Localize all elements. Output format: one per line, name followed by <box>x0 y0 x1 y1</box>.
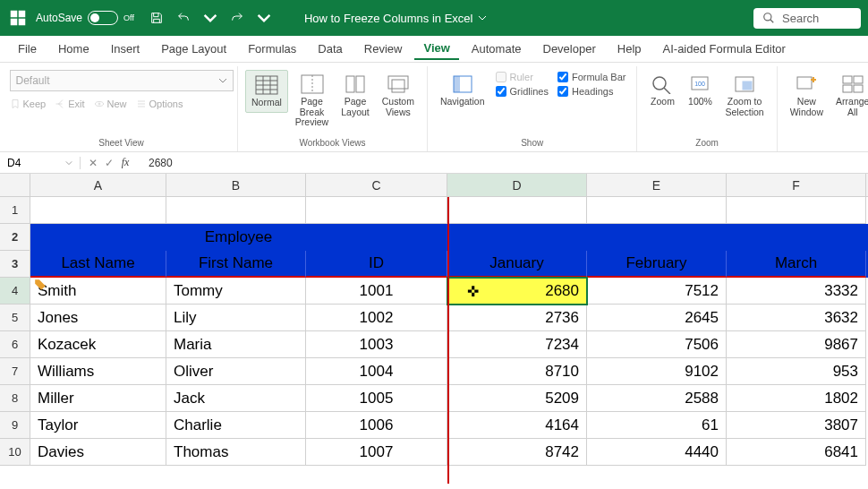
cell-jan[interactable]: 4164 <box>447 412 587 439</box>
column-header-b[interactable]: B <box>166 174 306 196</box>
row-header-5[interactable]: 5 <box>0 305 30 331</box>
cell-first[interactable]: Charlie <box>166 412 306 439</box>
accept-formula-icon[interactable]: ✓ <box>102 157 116 169</box>
cell-mar[interactable]: 1802 <box>727 385 866 412</box>
cell-id[interactable]: 1001 <box>306 278 447 305</box>
cell[interactable] <box>166 197 306 224</box>
normal-view-button[interactable]: Normal <box>245 70 288 113</box>
cell-last[interactable]: Smith <box>30 278 166 305</box>
cell-first[interactable]: Jack <box>166 385 306 412</box>
page-layout-button[interactable]: Page Layout <box>336 70 375 121</box>
cell-first[interactable]: Oliver <box>166 358 306 385</box>
row-header-8[interactable]: 8 <box>0 385 30 412</box>
redo-dropdown-icon[interactable] <box>252 6 276 30</box>
ruler-checkbox[interactable]: Ruler <box>496 72 549 82</box>
tab-page-layout[interactable]: Page Layout <box>152 39 235 59</box>
cell-last[interactable]: Kozacek <box>30 331 166 358</box>
row-header-4[interactable]: 4 <box>0 278 30 305</box>
redo-icon[interactable] <box>226 6 249 30</box>
cell-mar[interactable]: 9867 <box>727 331 866 358</box>
cell-mar[interactable]: 6841 <box>727 439 866 466</box>
cell-id[interactable]: 1002 <box>306 305 447 331</box>
new-window-button[interactable]: New Window <box>785 70 829 121</box>
title-employee[interactable]: Employee <box>30 224 447 251</box>
cell[interactable] <box>587 224 727 251</box>
sheet-view-options[interactable]: Options <box>136 99 183 109</box>
column-header-d[interactable]: D <box>447 174 587 196</box>
column-header-a[interactable]: A <box>30 174 166 196</box>
tab-ai-formula[interactable]: AI-aided Formula Editor <box>654 39 795 59</box>
cell-d4-selected[interactable]: ✜2680 <box>447 278 587 305</box>
column-header-f[interactable]: F <box>727 174 866 196</box>
cell-feb[interactable]: 9102 <box>587 358 727 385</box>
tab-home[interactable]: Home <box>49 39 98 59</box>
cell-jan[interactable]: 8710 <box>447 358 587 385</box>
tab-file[interactable]: File <box>9 39 46 59</box>
cell-id[interactable]: 1007 <box>306 439 447 466</box>
cell-jan[interactable]: 5209 <box>447 385 587 412</box>
cell-feb[interactable]: 61 <box>587 412 727 439</box>
cell-id[interactable]: 1005 <box>306 385 447 412</box>
cell-first[interactable]: Tommy <box>166 278 306 305</box>
tab-review[interactable]: Review <box>355 39 412 59</box>
row-header-1[interactable]: 1 <box>0 197 30 224</box>
cell-last[interactable]: Williams <box>30 358 166 385</box>
cell[interactable] <box>306 197 447 224</box>
search-input[interactable]: Search <box>753 8 861 29</box>
formula-bar-checkbox[interactable]: Formula Bar <box>557 72 626 82</box>
cell-last[interactable]: Jones <box>30 305 166 331</box>
headings-checkbox[interactable]: Headings <box>557 86 626 97</box>
header-march[interactable]: March <box>727 251 866 278</box>
tab-developer[interactable]: Developer <box>534 39 605 59</box>
cell[interactable] <box>30 197 166 224</box>
tab-automate[interactable]: Automate <box>463 39 531 59</box>
name-box[interactable]: D4 <box>0 157 81 169</box>
cell-id[interactable]: 1006 <box>306 412 447 439</box>
sheet-view-exit[interactable]: Exit <box>55 99 84 109</box>
cell-feb[interactable]: 7506 <box>587 331 727 358</box>
column-header-c[interactable]: C <box>306 174 447 196</box>
cell-mar[interactable]: 953 <box>727 358 866 385</box>
row-header-3[interactable]: 3 <box>0 251 30 278</box>
cell[interactable] <box>727 197 866 224</box>
cell-last[interactable]: Miller <box>30 385 166 412</box>
zoom-selection-button[interactable]: Zoom to Selection <box>719 70 769 121</box>
cell-first[interactable]: Maria <box>166 331 306 358</box>
row-header-7[interactable]: 7 <box>0 358 30 385</box>
header-february[interactable]: February <box>587 251 727 278</box>
cell-feb[interactable]: 4440 <box>587 439 727 466</box>
app-icon[interactable] <box>7 7 29 29</box>
tab-data[interactable]: Data <box>309 39 351 59</box>
tab-insert[interactable]: Insert <box>102 39 149 59</box>
cell-feb[interactable]: 2645 <box>587 305 727 331</box>
cell[interactable] <box>587 197 727 224</box>
insert-function-icon[interactable]: fx <box>118 156 132 169</box>
custom-views-button[interactable]: Custom Views <box>377 70 420 121</box>
sheet-view-keep[interactable]: Keep <box>10 99 47 109</box>
cell-feb[interactable]: 7512 <box>587 278 727 305</box>
tab-help[interactable]: Help <box>608 39 651 59</box>
cell[interactable] <box>447 197 587 224</box>
header-last-name[interactable]: Last Name <box>30 251 166 278</box>
header-id[interactable]: ID <box>306 251 447 278</box>
save-icon[interactable] <box>145 6 168 30</box>
cell-first[interactable]: Lily <box>166 305 306 331</box>
navigation-button[interactable]: Navigation <box>435 70 490 111</box>
zoom-100-button[interactable]: 100 100% <box>682 70 718 111</box>
cell-first[interactable]: Thomas <box>166 439 306 466</box>
column-header-e[interactable]: E <box>587 174 727 196</box>
cell-id[interactable]: 1003 <box>306 331 447 358</box>
zoom-button[interactable]: Zoom <box>644 70 680 111</box>
cell-jan[interactable]: 8742 <box>447 439 587 466</box>
header-january[interactable]: January <box>447 251 587 278</box>
cell-last[interactable]: Davies <box>30 439 166 466</box>
cell-jan[interactable]: 2736 <box>447 305 587 331</box>
page-break-preview-button[interactable]: Page Break Preview <box>290 70 334 132</box>
cell-mar[interactable]: 3632 <box>727 305 866 331</box>
select-all-corner[interactable] <box>0 174 30 196</box>
formula-bar-input[interactable]: 2680 <box>138 157 183 169</box>
cell-mar[interactable]: 3332 <box>727 278 866 305</box>
cell-id[interactable]: 1004 <box>306 358 447 385</box>
tab-view[interactable]: View <box>414 38 458 60</box>
row-header-6[interactable]: 6 <box>0 331 30 358</box>
